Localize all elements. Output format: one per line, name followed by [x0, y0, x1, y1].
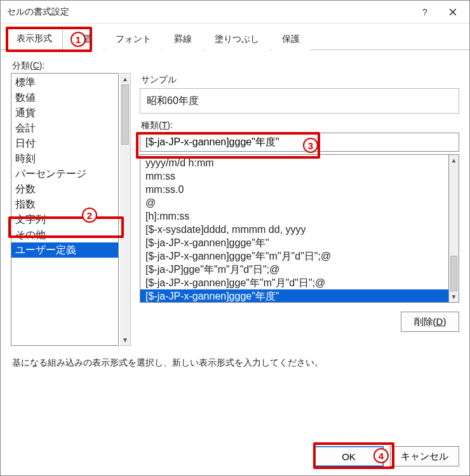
list-item[interactable]: 標準: [11, 75, 118, 90]
titlebar: セルの書式設定 ?: [1, 1, 469, 23]
category-label: 分類(C):: [12, 60, 459, 72]
list-item[interactable]: mm:ss: [140, 169, 448, 183]
help-button[interactable]: ?: [411, 1, 439, 23]
category-list[interactable]: 標準 数値 通貨 会計 日付 時刻 パーセンテージ 分数 指数 文字列 その他 …: [11, 73, 119, 346]
list-item[interactable]: 日付: [11, 136, 118, 151]
sample-value: 昭和60年度: [140, 88, 459, 114]
list-item[interactable]: 会計: [11, 121, 118, 136]
list-item[interactable]: 分数: [11, 182, 118, 197]
type-input[interactable]: [140, 133, 459, 152]
sample-title: サンプル: [141, 74, 459, 86]
list-item[interactable]: [$-ja-JP-x-gannen]ggge"年": [140, 236, 448, 249]
list-item[interactable]: 文字列: [11, 212, 118, 227]
scroll-thumb[interactable]: [121, 84, 129, 145]
scroll-thumb[interactable]: [450, 256, 457, 291]
scroll-down-icon[interactable]: ▼: [120, 334, 130, 345]
list-item[interactable]: その他: [11, 227, 118, 242]
dialog-body: 分類(C): 標準 数値 通貨 会計 日付 時刻 パーセンテージ 分数 指数 文…: [1, 50, 469, 387]
delete-button[interactable]: 削除(D): [401, 312, 459, 332]
list-item[interactable]: 指数: [11, 197, 118, 212]
list-item[interactable]: [h]:mm:ss: [140, 209, 448, 223]
ok-button[interactable]: OK: [314, 446, 384, 466]
format-cells-dialog: セルの書式設定 ? 表示形式 配置 フォント 罫線 塗りつぶし 保護 分類(C)…: [0, 0, 470, 476]
type-list[interactable]: yyyy/m/d h:mm mm:ss mm:ss.0 @ [h]:mm:ss …: [140, 154, 448, 303]
list-item[interactable]: パーセンテージ: [11, 166, 118, 182]
tab-alignment[interactable]: 配置: [64, 28, 104, 50]
list-item[interactable]: [$-x-sysdate]dddd, mmmm dd, yyyy: [140, 223, 448, 236]
scroll-up-icon[interactable]: ▲: [120, 74, 130, 84]
close-icon: [449, 8, 457, 16]
hint-text: 基になる組み込みの表示形式を選択し、新しい表示形式を入力してください。: [12, 357, 458, 369]
type-scrollbar[interactable]: ▲ ▼: [448, 154, 459, 303]
right-panel: サンプル 昭和60年度 種類(T): yyyy/m/d h:mm mm:ss m…: [140, 73, 459, 346]
tabstrip: 表示形式 配置 フォント 罫線 塗りつぶし 保護: [1, 23, 469, 50]
list-item[interactable]: 時刻: [11, 151, 118, 166]
cancel-button[interactable]: キャンセル: [390, 446, 459, 466]
list-item[interactable]: [$-ja-JP-x-gannen]ggge"年度": [140, 289, 448, 303]
category-scrollbar[interactable]: ▲ ▼: [120, 73, 131, 346]
tab-border[interactable]: 罫線: [163, 28, 203, 50]
tab-font[interactable]: フォント: [105, 28, 162, 50]
list-item[interactable]: 通貨: [11, 105, 118, 121]
list-item[interactable]: yyyy/m/d h:mm: [140, 156, 448, 169]
list-item[interactable]: @: [140, 196, 448, 209]
tab-protection[interactable]: 保護: [271, 28, 311, 50]
scroll-down-icon[interactable]: ▼: [449, 291, 459, 302]
tab-number-format[interactable]: 表示形式: [6, 27, 63, 50]
tab-fill[interactable]: 塗りつぶし: [204, 28, 270, 50]
close-button[interactable]: [439, 1, 467, 23]
list-item[interactable]: [$-ja-JP]gge"年"m"月"d"日";@: [140, 263, 448, 276]
dialog-footer: OK キャンセル: [314, 446, 459, 466]
category-list-wrap: 標準 数値 通貨 会計 日付 時刻 パーセンテージ 分数 指数 文字列 その他 …: [11, 73, 131, 346]
scroll-up-icon[interactable]: ▲: [449, 155, 459, 166]
type-label: 種類(T):: [141, 120, 459, 131]
list-item[interactable]: [$-ja-JP-x-gannen]ggge"年"m"月"d"日";@: [140, 249, 448, 263]
list-item[interactable]: mm:ss.0: [140, 183, 448, 196]
list-item-user-defined[interactable]: ユーザー定義: [11, 242, 118, 258]
scroll-track[interactable]: [120, 84, 130, 334]
dialog-title: セルの書式設定: [7, 6, 411, 18]
list-item[interactable]: [$-ja-JP-x-gannen]gge"年"m"月"d"日";@: [140, 276, 448, 289]
scroll-track[interactable]: [449, 166, 459, 291]
list-item[interactable]: 数値: [11, 90, 118, 105]
